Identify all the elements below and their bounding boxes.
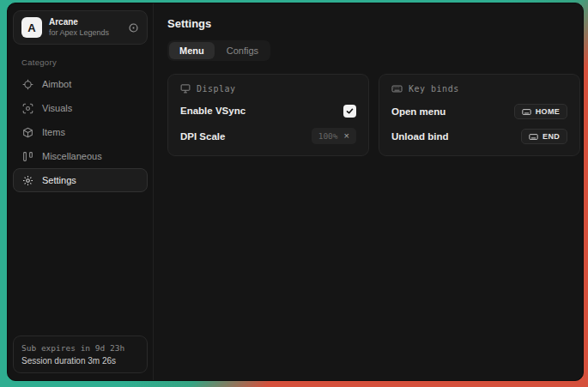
sidebar-nav: Aimbot Visuals Items (13, 72, 148, 192)
monitor-icon (180, 83, 191, 94)
sidebar-item-label: Settings (42, 175, 76, 185)
display-card-title: Display (197, 84, 236, 94)
sidebar-item-label: Aimbot (42, 79, 71, 89)
category-label: Category (21, 57, 148, 67)
dpi-scale-row: DPI Scale 100% × (180, 128, 356, 144)
vsync-checkbox[interactable] (343, 105, 356, 118)
sidebar-item-settings[interactable]: Settings (13, 168, 148, 192)
unload-bind-keybind-button[interactable]: END (521, 129, 567, 144)
tab-bar: Menu Configs (167, 40, 270, 61)
sidebar-item-visuals[interactable]: Visuals (13, 96, 148, 120)
sidebar-item-label: Visuals (42, 103, 72, 113)
unload-bind-key: END (543, 132, 560, 141)
open-menu-keybind-button[interactable]: HOME (514, 104, 567, 119)
keyboard-icon (529, 132, 538, 142)
main-panel: Settings Menu Configs Display Enable VSy… (154, 3, 584, 380)
open-menu-row: Open menu HOME (391, 104, 567, 119)
sidebar-item-label: Miscellaneous (42, 151, 102, 161)
sidebar-item-miscellaneous[interactable]: Miscellaneous (13, 144, 148, 168)
brand-card[interactable]: A Arcane for Apex Legends (13, 10, 148, 45)
vsync-row: Enable VSync (180, 103, 356, 118)
columns-icon (22, 151, 33, 162)
unload-bind-row: Unload bind END (391, 129, 567, 144)
page-title: Settings (167, 17, 580, 30)
eye-scan-icon (22, 103, 33, 114)
unload-bind-label: Unload bind (391, 131, 448, 142)
dpi-scale-value: 100% (318, 131, 338, 141)
subscription-info-card: Sub expires in 9d 23h Session duration 3… (13, 336, 148, 373)
target-circle-icon[interactable] (128, 22, 139, 33)
tab-menu[interactable]: Menu (169, 42, 215, 59)
open-menu-key: HOME (536, 107, 560, 116)
sidebar-item-items[interactable]: Items (13, 120, 148, 144)
sidebar-spacer (13, 192, 148, 336)
brand-title: Arcane (49, 17, 121, 28)
keyboard-icon (522, 107, 531, 117)
package-icon (22, 127, 33, 138)
sidebar: A Arcane for Apex Legends Category Aimbo… (8, 3, 154, 380)
dpi-scale-input[interactable]: 100% × (312, 128, 356, 144)
keybinds-card-title: Key binds (409, 84, 459, 94)
check-icon (346, 107, 354, 115)
session-duration-text: Session duration 3m 26s (21, 356, 139, 366)
brand-subtitle: for Apex Legends (49, 28, 121, 38)
sidebar-item-label: Items (42, 127, 65, 137)
settings-cards: Display Enable VSync DPI Scale 100% × (167, 74, 580, 156)
sub-expires-text: Sub expires in 9d 23h (21, 343, 139, 353)
keybinds-card: Key binds Open menu HOME Unload bind (379, 74, 580, 156)
vsync-label: Enable VSync (180, 106, 246, 116)
keybinds-card-header: Key binds (391, 83, 567, 94)
dpi-scale-label: DPI Scale (180, 131, 225, 142)
gear-icon (22, 175, 33, 186)
brand-text: Arcane for Apex Legends (49, 17, 121, 38)
keyboard-icon (391, 83, 403, 94)
display-card-header: Display (180, 83, 356, 94)
crosshair-icon (22, 79, 33, 90)
display-card: Display Enable VSync DPI Scale 100% × (167, 74, 369, 156)
open-menu-label: Open menu (391, 106, 446, 117)
clear-icon[interactable]: × (344, 131, 349, 141)
app-window: A Arcane for Apex Legends Category Aimbo… (7, 3, 584, 381)
brand-logo: A (21, 17, 42, 38)
sidebar-item-aimbot[interactable]: Aimbot (13, 72, 148, 96)
tab-configs[interactable]: Configs (216, 42, 269, 59)
